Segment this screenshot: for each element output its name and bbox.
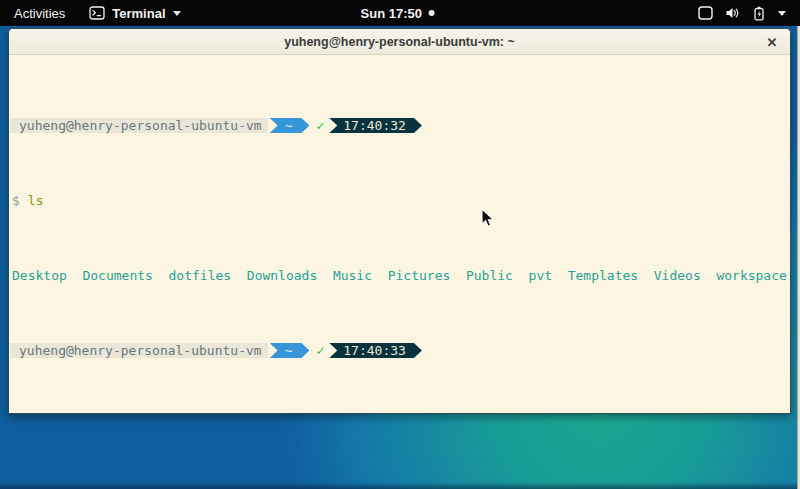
prompt-status-check-icon: ✓ — [309, 343, 329, 358]
window-titlebar[interactable]: yuheng@henry-personal-ubuntu-vm: ~ ✕ — [9, 29, 790, 55]
notification-dot — [429, 10, 435, 16]
top-bar-left: Activities Terminal — [0, 0, 191, 26]
terminal-app-icon — [89, 6, 105, 20]
typed-command: ls — [28, 193, 44, 208]
mouse-pointer-icon — [480, 208, 495, 233]
prompt-cwd-segment: ~ — [270, 343, 310, 358]
prompt-timestamp: 17:40:33 — [329, 343, 422, 358]
window-title: yuheng@henry-personal-ubuntu-vm: ~ — [284, 35, 515, 49]
prompt-user-host: yuheng@henry-personal-ubuntu-vm — [10, 118, 268, 133]
prompt-line: yuheng@henry-personal-ubuntu-vm ~ ✓ 17:4… — [10, 343, 790, 358]
clock-menu[interactable]: Sun 17:50 — [361, 0, 435, 26]
screen: Activities Terminal Sun 17:50 — [0, 0, 800, 489]
terminal-content[interactable]: yuheng@henry-personal-ubuntu-vm ~ ✓ 17:4… — [9, 55, 790, 414]
app-menu-terminal[interactable]: Terminal — [79, 0, 190, 26]
chevron-down-icon — [173, 11, 181, 16]
close-button[interactable]: ✕ — [763, 33, 781, 51]
activities-button[interactable]: Activities — [0, 0, 79, 26]
app-menu-label: Terminal — [112, 6, 165, 21]
prompt-symbol: $ — [10, 193, 28, 208]
screen-icon — [698, 6, 713, 20]
system-status-area[interactable] — [698, 0, 800, 26]
clock-label: Sun 17:50 — [361, 6, 422, 21]
prompt-cwd-segment: ~ — [270, 118, 310, 133]
prompt-status-check-icon: ✓ — [309, 118, 329, 133]
prompt-line: yuheng@henry-personal-ubuntu-vm ~ ✓ 17:4… — [10, 118, 790, 133]
command-line: $ ls — [10, 193, 790, 208]
top-bar: Activities Terminal Sun 17:50 — [0, 0, 800, 26]
ls-output-line: Desktop Documents dotfiles Downloads Mus… — [10, 268, 790, 283]
terminal-window: yuheng@henry-personal-ubuntu-vm: ~ ✕ yuh… — [8, 28, 791, 414]
chevron-down-icon — [778, 11, 786, 16]
prompt-timestamp: 17:40:32 — [329, 118, 422, 133]
battery-charging-icon — [752, 6, 766, 21]
prompt-user-host: yuheng@henry-personal-ubuntu-vm — [10, 343, 268, 358]
volume-icon — [725, 6, 740, 20]
